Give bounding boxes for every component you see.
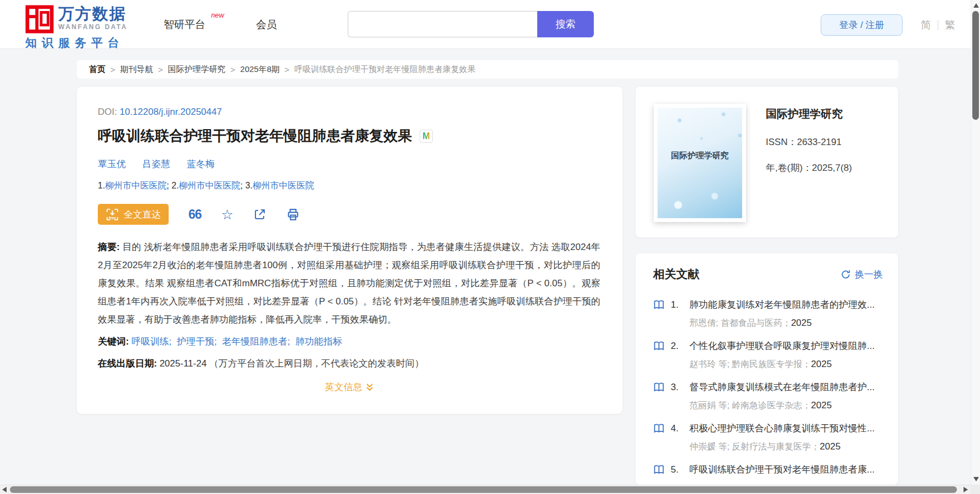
free-download-icon: free: [105, 208, 119, 221]
page-title: 呼吸训练联合护理干预对老年慢阻肺患者康复效果: [98, 126, 412, 146]
affiliation-num: 2.: [171, 181, 179, 190]
book-icon: [653, 464, 665, 475]
doi-link[interactable]: 10.12208/j.ijnr.20250447: [120, 107, 222, 117]
journal-cover[interactable]: 国际护理学研究: [654, 104, 746, 222]
scroll-down-arrow[interactable]: [973, 477, 979, 481]
breadcrumb-separator: >: [158, 65, 163, 74]
author-link[interactable]: 覃玉优: [98, 158, 126, 170]
affiliation-link[interactable]: 柳州市中医医院: [105, 181, 166, 190]
book-icon: [653, 423, 665, 434]
lang-traditional[interactable]: 繁: [945, 18, 955, 32]
nav-zhiyan-platform[interactable]: 智研平台 new: [164, 18, 205, 32]
wanfang-logo[interactable]: 万方数据 WANFANG DATA 知识服务平台: [25, 5, 152, 51]
keywords: 关键词: 呼吸训练; 护理干预; 老年慢阻肺患者; 肺功能指标: [98, 335, 600, 348]
related-item-link[interactable]: 3. 督导式肺康复训练模式在老年慢阻肺患者护...: [653, 381, 887, 393]
login-register-button[interactable]: 登录 / 注册: [821, 14, 903, 36]
breadcrumb-journal-nav[interactable]: 期刊导航: [120, 64, 153, 75]
breadcrumb-home[interactable]: 首页: [89, 64, 105, 75]
refresh-related-button[interactable]: 换一换: [840, 268, 883, 281]
abstract-label: 摘要:: [98, 242, 120, 252]
online-date-label: 在线出版日期:: [98, 358, 157, 369]
related-item: 4. 积极心理护理联合心肺康复训练干预对慢性... 仲崇媛 等; 反射疗法与康复…: [653, 422, 887, 463]
related-literature-card: 相关文献 换一换 1. 肺功能康复训练对老年慢阻肺患者的护理效... 邢恩倩; …: [636, 253, 898, 485]
journal-name-link[interactable]: 国际护理学研究: [766, 107, 852, 121]
related-item-link[interactable]: 5. 呼吸训练联合护理干预对老年慢阻肺患者康...: [653, 463, 887, 476]
journal-issn: ISSN：2633-2191: [766, 136, 852, 148]
related-item: 1. 肺功能康复训练对老年慢阻肺患者的护理效... 邢恩倩; 首都食品与医药；2…: [653, 298, 887, 340]
search-box: 搜索: [348, 11, 594, 37]
search-button[interactable]: 搜索: [537, 11, 594, 37]
scrollbar-corner: [971, 485, 980, 494]
author-link[interactable]: 吕姿慧: [142, 158, 170, 170]
related-meta: 范丽娟 等; 岭南急诊医学杂志；: [689, 401, 811, 410]
doi-line: DOI: 10.12208/j.ijnr.20250447: [98, 107, 600, 118]
keyword-link[interactable]: 呼吸训练: [131, 336, 169, 347]
breadcrumb-journal[interactable]: 国际护理学研究: [168, 64, 226, 75]
online-publish-date: 在线出版日期: 2025-11-24 （万方平台首次上网日期，不代表论文的发表时…: [98, 357, 600, 370]
nav-member[interactable]: 会员: [256, 18, 277, 32]
author-list: 覃玉优 吕姿慧 蓝冬梅: [98, 158, 600, 170]
related-meta: 邢恩倩; 首都食品与医药；: [689, 318, 791, 328]
author-link[interactable]: 蓝冬梅: [187, 158, 215, 170]
keyword-link[interactable]: 肺功能指标: [296, 336, 342, 347]
share-icon[interactable]: [253, 208, 266, 221]
related-meta: 仲崇媛 等; 反射疗法与康复医学；: [689, 442, 820, 451]
scroll-left-arrow[interactable]: [2, 487, 7, 492]
related-year: 2025: [811, 359, 832, 369]
related-item-link[interactable]: 4. 积极心理护理联合心肺康复训练干预对慢性...: [653, 422, 887, 435]
keyword-link[interactable]: 老年慢阻肺患者: [222, 336, 287, 347]
brand-name-en: WANFANG DATA: [58, 23, 127, 31]
keyword-link[interactable]: 护理干预: [177, 336, 214, 347]
breadcrumb-issue[interactable]: 2025年8期: [240, 64, 280, 75]
affiliation-num: 1.: [98, 181, 105, 190]
horizontal-scrollbar[interactable]: [0, 485, 980, 494]
journal-card: 国际护理学研究 国际护理学研究 ISSN：2633-2191 年,卷(期)：20…: [636, 87, 898, 237]
new-badge: new: [211, 11, 224, 19]
affiliation-link[interactable]: 柳州市中医医院: [253, 181, 314, 190]
scroll-up-arrow[interactable]: [973, 3, 979, 8]
horizontal-scroll-thumb[interactable]: [10, 486, 957, 493]
article-toolbar: free 全文直达 66 ☆: [98, 204, 600, 225]
abstract-text: 目的 浅析老年慢阻肺患者采用呼吸训练联合护理干预进行住院期指导，为患者健康生活提…: [98, 242, 600, 325]
m-badge-icon[interactable]: M: [420, 130, 433, 143]
brand-subtitle: 知识服务平台: [25, 35, 152, 51]
wanfang-logo-icon: [25, 5, 54, 34]
related-title: 相关文献: [653, 267, 699, 282]
vertical-scrollbar[interactable]: [971, 0, 980, 485]
brand-name-cn: 万方数据: [58, 5, 127, 23]
keywords-label: 关键词:: [98, 336, 129, 347]
related-item: 5. 呼吸训练联合护理干预对老年慢阻肺患者康...: [653, 463, 887, 485]
book-icon: [653, 381, 665, 393]
page: 万方数据 WANFANG DATA 知识服务平台 智研平台 new 会员 搜索 …: [0, 0, 980, 494]
fulltext-button[interactable]: free 全文直达: [98, 204, 169, 225]
breadcrumb-separator: >: [285, 65, 289, 74]
breadcrumb-current: 呼吸训练联合护理干预对老年慢阻肺患者康复效果: [294, 64, 476, 75]
journal-volume: 年,卷(期)：2025,7(8): [766, 162, 852, 174]
search-input[interactable]: [348, 11, 537, 37]
related-year: 2025: [820, 441, 840, 452]
affiliation-link[interactable]: 柳州市中医医院: [179, 181, 241, 190]
refresh-icon: [840, 269, 851, 280]
cite-icon[interactable]: 66: [188, 209, 202, 220]
english-info-toggle[interactable]: 英文信息: [98, 381, 600, 393]
breadcrumb: 首页 > 期刊导航 > 国际护理学研究 > 2025年8期 > 呼吸训练联合护理…: [77, 60, 898, 79]
article-card: DOI: 10.12208/j.ijnr.20250447 呼吸训练联合护理干预…: [77, 87, 622, 414]
chevron-double-down-icon: [366, 383, 374, 392]
doi-label: DOI:: [98, 107, 117, 117]
breadcrumb-separator: >: [110, 65, 115, 74]
related-item-link[interactable]: 1. 肺功能康复训练对老年慢阻肺患者的护理效...: [653, 298, 887, 311]
related-item-link[interactable]: 2. 个性化叙事护理联合呼吸康复护理对慢阻肺...: [653, 340, 887, 352]
header: 万方数据 WANFANG DATA 知识服务平台 智研平台 new 会员 搜索 …: [0, 0, 971, 49]
favorite-star-icon[interactable]: ☆: [221, 208, 233, 220]
lang-divider: [938, 20, 938, 30]
vertical-scroll-thumb[interactable]: [972, 11, 979, 120]
online-date-value: 2025-11-24: [159, 358, 207, 369]
scroll-right-arrow[interactable]: [964, 487, 968, 492]
book-icon: [653, 340, 665, 352]
lang-simplified[interactable]: 简: [921, 18, 931, 32]
svg-text:free: free: [109, 215, 116, 220]
article-title-row: 呼吸训练联合护理干预对老年慢阻肺患者康复效果 M: [98, 126, 600, 146]
print-icon[interactable]: [286, 208, 300, 221]
related-year: 2025: [791, 318, 812, 328]
related-year: 2025: [811, 400, 832, 410]
